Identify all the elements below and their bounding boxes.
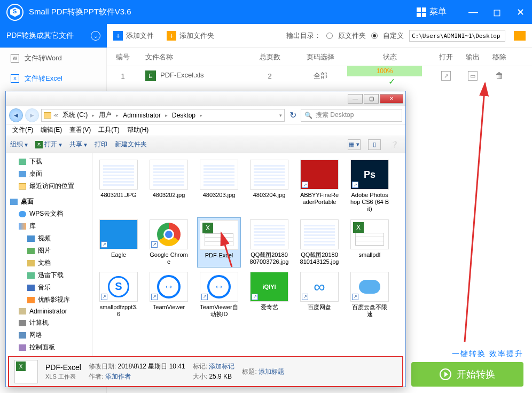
help-button[interactable]: ❔ — [388, 139, 401, 150]
remove-button[interactable]: 🗑 — [495, 71, 504, 80]
file-item[interactable]: QQ截图20180810143125.jpg — [298, 217, 341, 268]
tree-item[interactable]: 桌面 — [6, 195, 92, 208]
tree-icon — [19, 211, 26, 217]
add-folder-button[interactable]: + 添加文件夹 — [160, 31, 221, 41]
radio-custom[interactable] — [371, 33, 378, 39]
output-button[interactable]: ▭ — [468, 71, 478, 81]
tree-item[interactable]: WPS云文档 — [6, 208, 92, 220]
search-input[interactable]: 🔍 搜索 Desktop — [301, 109, 402, 122]
image-thumb-icon — [99, 160, 138, 190]
file-item[interactable]: 4803203.jpg — [197, 158, 241, 215]
file-label: QQ截图20180807003726.jpg — [249, 251, 289, 265]
tree-icon — [19, 159, 26, 165]
shortcut-icon: ↗ — [201, 294, 208, 300]
tree-item[interactable]: 桌面 — [6, 168, 92, 180]
breadcrumb[interactable]: ≪ 系统 (C:)▸ 用户▸ Administrator▸ Desktop▸ ▾ — [41, 109, 285, 122]
file-item[interactable]: ↗ABBYYFineReaderPortable — [298, 158, 341, 215]
tree-item[interactable]: 音乐 — [6, 281, 92, 294]
menu-edit[interactable]: 编辑(E) — [37, 124, 65, 136]
breadcrumb-seg[interactable]: Desktop — [170, 112, 198, 119]
word-icon: W — [11, 54, 19, 62]
file-item[interactable]: iQIYI↗爱奇艺 — [247, 270, 291, 320]
tree-item[interactable]: 库 — [6, 220, 92, 232]
output-path-input[interactable] — [409, 30, 505, 42]
file-label: 爱奇艺 — [261, 304, 278, 311]
dialog-close-button[interactable]: ✕ — [380, 94, 403, 104]
tree-item[interactable]: 网络 — [6, 329, 92, 341]
file-item[interactable]: Ps↗Adobe Photoshop CS6 (64 Bit) — [348, 158, 392, 215]
th-name: 文件名称 — [139, 52, 246, 62]
tree-icon — [19, 223, 26, 230]
file-item[interactable]: ↔↗TeamViewer自动换ID — [197, 270, 241, 320]
details-author[interactable]: 添加作者 — [105, 373, 131, 380]
breadcrumb-seg[interactable]: 系统 (C:) — [60, 111, 90, 120]
menu-tools[interactable]: 工具(T) — [95, 124, 122, 136]
sidebar-item-word[interactable]: W 文件转Word — [0, 48, 106, 68]
tb-print[interactable]: 打印 — [95, 140, 107, 149]
file-item[interactable]: ↗Google Chrome — [147, 217, 191, 268]
table-row[interactable]: 1 EPDF-Excel.xls 2 全部 100%✓ ↗ ▭ 🗑 — [107, 66, 532, 85]
refresh-button[interactable]: ↻ — [287, 109, 299, 121]
tree-item[interactable]: Administrator — [6, 306, 92, 317]
tree-icon — [19, 344, 26, 351]
tree-item[interactable]: 视频 — [6, 232, 92, 245]
minimize-button[interactable]: — — [468, 6, 479, 18]
tree-item[interactable]: 文档 — [6, 257, 92, 269]
folder-tree[interactable]: 下载桌面最近访问的位置桌面WPS云文档库视频图片文档迅雷下载音乐优酷影视库Adm… — [6, 153, 92, 356]
tree-item[interactable]: 优酷影视库 — [6, 294, 92, 306]
radio-original[interactable] — [326, 33, 333, 39]
sidebar-header-label: PDF转换成其它文件 — [6, 31, 74, 41]
file-item[interactable]: XPDF-Excel — [197, 217, 241, 268]
tb-organize[interactable]: 组织 ▾ — [10, 140, 28, 149]
sidebar-item-excel[interactable]: X 文件转Excel — [0, 68, 106, 89]
preview-pane-button[interactable]: ▯ — [368, 139, 381, 150]
tree-item[interactable]: 下载 — [6, 155, 92, 168]
close-button[interactable]: ✕ — [515, 6, 526, 18]
nav-forward-button[interactable]: ► — [25, 108, 39, 122]
file-item[interactable]: QQ截图20180807003726.jpg — [247, 217, 291, 268]
dialog-maximize-button[interactable]: ▢ — [364, 94, 379, 104]
tree-item[interactable]: 图片 — [6, 245, 92, 257]
add-file-button[interactable]: + 添加文件 — [107, 31, 160, 41]
app-icon: ↗ — [99, 219, 138, 249]
breadcrumb-seg[interactable]: Administrator — [121, 112, 163, 119]
file-item[interactable]: ∞↗百度网盘 — [298, 270, 341, 320]
file-item[interactable]: ↗Eagle — [97, 217, 140, 268]
file-grid[interactable]: 4803201.JPG4803202.jpg4803203.jpg4803204… — [92, 153, 405, 356]
details-title[interactable]: 添加标题 — [259, 368, 284, 375]
tb-share[interactable]: 共享 ▾ — [69, 140, 87, 149]
details-tag[interactable]: 添加标记 — [209, 363, 234, 370]
menu-button[interactable]: 菜单 — [411, 4, 452, 20]
file-item[interactable]: 4803201.JPG — [97, 158, 140, 215]
menu-file[interactable]: 文件(F) — [9, 124, 36, 136]
tb-new-folder[interactable]: 新建文件夹 — [115, 140, 147, 149]
folder-icon — [44, 112, 51, 119]
nav-back-button[interactable]: ◄ — [9, 108, 23, 122]
file-item[interactable]: ↔↗TeamViewer — [147, 270, 191, 320]
menu-view[interactable]: 查看(V) — [66, 124, 94, 136]
dialog-minimize-button[interactable]: — — [348, 94, 363, 104]
tree-item[interactable]: 控制面板 — [6, 341, 92, 353]
file-item[interactable]: S↗smallpdfzppt3.6 — [97, 270, 140, 320]
file-item[interactable]: 4803202.jpg — [147, 158, 191, 215]
file-item[interactable]: 4803204.jpg — [247, 158, 291, 215]
dialog-menubar: 文件(F) 编辑(E) 查看(V) 工具(T) 帮助(H) — [6, 124, 405, 136]
file-item[interactable]: Xsmallpdf — [348, 217, 392, 268]
tree-item[interactable]: 计算机 — [6, 317, 92, 329]
search-placeholder: 搜索 Desktop — [316, 111, 354, 120]
tree-item[interactable]: 迅雷下载 — [6, 269, 92, 281]
sidebar-header[interactable]: PDF转换成其它文件 ⌄ — [0, 24, 107, 48]
tb-open[interactable]: S打开 ▾ — [35, 140, 62, 149]
maximize-button[interactable]: ◻ — [491, 6, 502, 18]
file-label: 4803202.jpg — [153, 192, 185, 199]
file-label: 百度网盘 — [308, 304, 331, 311]
view-mode-button[interactable]: ▦ ▾ — [348, 139, 361, 150]
start-convert-button[interactable]: 开始转换 — [411, 362, 523, 387]
browse-folder-button[interactable] — [514, 31, 526, 41]
menu-help[interactable]: 帮助(H) — [124, 124, 152, 136]
breadcrumb-seg[interactable]: 用户 — [97, 111, 114, 120]
file-item[interactable]: ↗百度云盘不限速 — [348, 270, 392, 320]
tree-item[interactable]: 最近访问的位置 — [6, 180, 92, 192]
open-button[interactable]: ↗ — [441, 71, 451, 81]
file-label: TeamViewer — [153, 304, 185, 311]
